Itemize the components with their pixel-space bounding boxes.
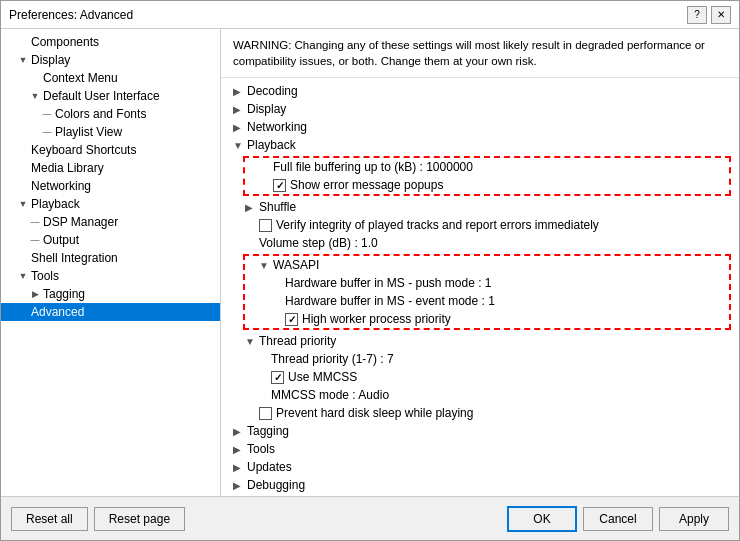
- expander-context-menu: [29, 72, 41, 84]
- tree-label-components: Components: [31, 35, 99, 49]
- tree-label-colors-fonts: Colors and Fonts: [55, 107, 146, 121]
- settings-networking[interactable]: ▶ Networking: [229, 118, 731, 136]
- tree-label-playlist-view: Playlist View: [55, 125, 122, 139]
- settings-display[interactable]: ▶ Display: [229, 100, 731, 118]
- label-volume-step: Volume step (dB) : 1.0: [259, 236, 378, 250]
- settings-hw-buffer-push[interactable]: Hardware buffer in MS - push mode : 1: [245, 274, 729, 292]
- sidebar-item-networking[interactable]: Networking: [1, 177, 220, 195]
- expander-settings-playback: ▼: [233, 140, 247, 151]
- sidebar-item-components[interactable]: Components: [1, 33, 220, 51]
- sidebar-item-colors-fonts[interactable]: — Colors and Fonts: [1, 105, 220, 123]
- settings-thread-priority-val[interactable]: Thread priority (1-7) : 7: [229, 350, 731, 368]
- tree-label-media-library: Media Library: [31, 161, 104, 175]
- label-settings-playback: Playback: [247, 138, 296, 152]
- settings-tools-section[interactable]: ▶ Tools: [229, 440, 731, 458]
- label-high-worker-priority: High worker process priority: [302, 312, 451, 326]
- sidebar-item-media-library[interactable]: Media Library: [1, 159, 220, 177]
- help-button[interactable]: ?: [687, 6, 707, 24]
- close-button[interactable]: ✕: [711, 6, 731, 24]
- expander-settings-networking: ▶: [233, 122, 247, 133]
- cancel-button[interactable]: Cancel: [583, 507, 653, 531]
- sidebar-item-tagging[interactable]: ▶ Tagging: [1, 285, 220, 303]
- cb-use-mmcss-wrapper: Use MMCSS: [271, 370, 357, 384]
- settings-debugging[interactable]: ▶ Debugging: [229, 476, 731, 494]
- sidebar-item-playback[interactable]: ▼ Playback: [1, 195, 220, 213]
- expander-tagging-section: ▶: [233, 426, 247, 437]
- label-settings-display: Display: [247, 102, 286, 116]
- settings-updates[interactable]: ▶ Updates: [229, 458, 731, 476]
- checkbox-high-worker-priority[interactable]: [285, 313, 298, 326]
- bottom-bar: Reset all Reset page OK Cancel Apply: [1, 496, 739, 540]
- settings-prevent-hdd-sleep[interactable]: Prevent hard disk sleep while playing: [229, 404, 731, 422]
- sidebar-item-advanced[interactable]: Advanced: [1, 303, 220, 321]
- label-prevent-hdd-sleep: Prevent hard disk sleep while playing: [276, 406, 473, 420]
- label-hw-buffer-push: Hardware buffer in MS - push mode : 1: [285, 276, 492, 290]
- cb-high-worker-priority-wrapper: High worker process priority: [285, 312, 451, 326]
- settings-mmcss-mode[interactable]: MMCSS mode : Audio: [229, 386, 731, 404]
- title-bar: Preferences: Advanced ? ✕: [1, 1, 739, 29]
- settings-verify-integrity[interactable]: Verify integrity of played tracks and re…: [229, 216, 731, 234]
- expander-wasapi: ▼: [259, 260, 273, 271]
- expander-keyboard: [17, 144, 29, 156]
- settings-use-mmcss[interactable]: Use MMCSS: [229, 368, 731, 386]
- label-thread-priority: Thread priority: [259, 334, 336, 348]
- settings-full-file-buffering[interactable]: Full file buffering up to (kB) : 1000000: [245, 158, 729, 176]
- tree-label-display: Display: [31, 53, 70, 67]
- label-updates: Updates: [247, 460, 292, 474]
- settings-hw-buffer-event[interactable]: Hardware buffer in MS - event mode : 1: [245, 292, 729, 310]
- settings-volume-step[interactable]: Volume step (dB) : 1.0: [229, 234, 731, 252]
- expander-tools: ▼: [17, 270, 29, 282]
- tree-label-networking: Networking: [31, 179, 91, 193]
- expander-networking: [17, 180, 29, 192]
- settings-decoding[interactable]: ▶ Decoding: [229, 82, 731, 100]
- expander-display: ▼: [17, 54, 29, 66]
- checkbox-show-error-popups[interactable]: [273, 179, 286, 192]
- label-mmcss-mode: MMCSS mode : Audio: [271, 388, 389, 402]
- sidebar-item-output[interactable]: — Output: [1, 231, 220, 249]
- left-panel: Components ▼ Display Context Menu ▼ Defa…: [1, 29, 221, 496]
- sidebar-item-shell-integration[interactable]: Shell Integration: [1, 249, 220, 267]
- settings-show-error-popups[interactable]: Show error message popups: [245, 176, 729, 194]
- checkbox-verify-integrity[interactable]: [259, 219, 272, 232]
- settings-shuffle[interactable]: ▶ Shuffle: [229, 198, 731, 216]
- settings-playback[interactable]: ▼ Playback: [229, 136, 731, 154]
- expander-decoding: ▶: [233, 86, 247, 97]
- checkbox-prevent-hdd-sleep[interactable]: [259, 407, 272, 420]
- tree-label-dsp-manager: DSP Manager: [43, 215, 118, 229]
- settings-tagging-section[interactable]: ▶ Tagging: [229, 422, 731, 440]
- sidebar-item-context-menu[interactable]: Context Menu: [1, 69, 220, 87]
- window-title: Preferences: Advanced: [9, 8, 133, 22]
- label-show-error-popups: Show error message popups: [290, 178, 443, 192]
- cb-prevent-hdd-sleep-wrapper: Prevent hard disk sleep while playing: [259, 406, 473, 420]
- label-hw-buffer-event: Hardware buffer in MS - event mode : 1: [285, 294, 495, 308]
- tree-label-default-ui: Default User Interface: [43, 89, 160, 103]
- sidebar-item-playlist-view[interactable]: — Playlist View: [1, 123, 220, 141]
- cb-verify-integrity-wrapper: Verify integrity of played tracks and re…: [259, 218, 599, 232]
- sidebar-item-tools[interactable]: ▼ Tools: [1, 267, 220, 285]
- checkbox-use-mmcss[interactable]: [271, 371, 284, 384]
- tree-label-advanced: Advanced: [31, 305, 84, 319]
- reset-all-button[interactable]: Reset all: [11, 507, 88, 531]
- sidebar-item-default-ui[interactable]: ▼ Default User Interface: [1, 87, 220, 105]
- reset-page-button[interactable]: Reset page: [94, 507, 185, 531]
- expander-default-ui: ▼: [29, 90, 41, 102]
- settings-high-worker-priority[interactable]: High worker process priority: [245, 310, 729, 328]
- cb-show-error-popups-wrapper: Show error message popups: [273, 178, 443, 192]
- expander-playlist-view: —: [41, 126, 53, 138]
- expander-components: [17, 36, 29, 48]
- settings-area: ▶ Decoding ▶ Display ▶ Networking ▼ Play…: [221, 78, 739, 496]
- expander-debugging: ▶: [233, 480, 247, 491]
- settings-thread-priority[interactable]: ▼ Thread priority: [229, 332, 731, 350]
- expander-media-library: [17, 162, 29, 174]
- settings-wasapi[interactable]: ▼ WASAPI: [245, 256, 729, 274]
- label-tools-section: Tools: [247, 442, 275, 456]
- sidebar-item-keyboard[interactable]: Keyboard Shortcuts: [1, 141, 220, 159]
- dashed-box-2: ▼ WASAPI Hardware buffer in MS - push mo…: [243, 254, 731, 330]
- sidebar-item-display[interactable]: ▼ Display: [1, 51, 220, 69]
- content-area: Components ▼ Display Context Menu ▼ Defa…: [1, 29, 739, 496]
- sidebar-item-dsp-manager[interactable]: — DSP Manager: [1, 213, 220, 231]
- expander-colors-fonts: —: [41, 108, 53, 120]
- ok-button[interactable]: OK: [507, 506, 577, 532]
- label-tagging-section: Tagging: [247, 424, 289, 438]
- apply-button[interactable]: Apply: [659, 507, 729, 531]
